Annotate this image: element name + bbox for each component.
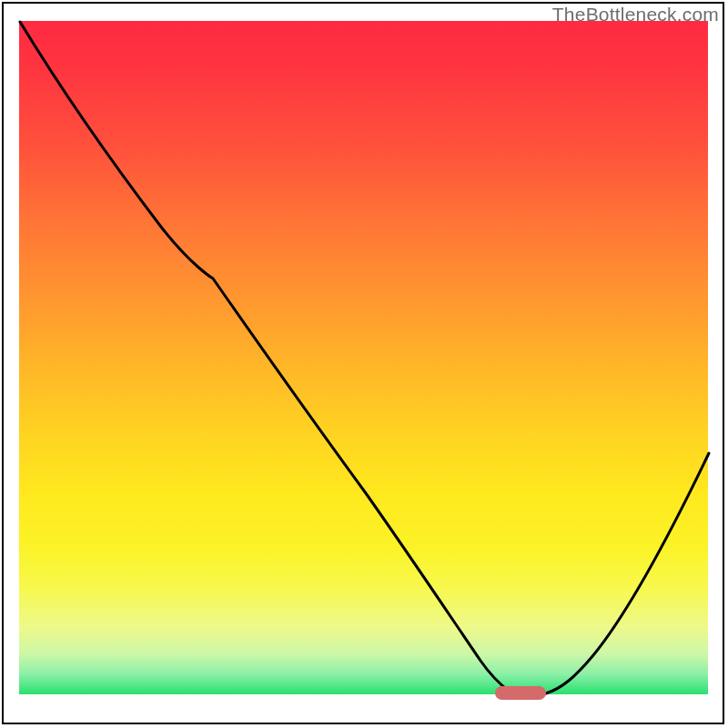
chart-frame [2,2,724,724]
watermark-text: TheBottleneck.com [552,4,719,25]
bottleneck-chart: TheBottleneck.com [0,0,728,728]
